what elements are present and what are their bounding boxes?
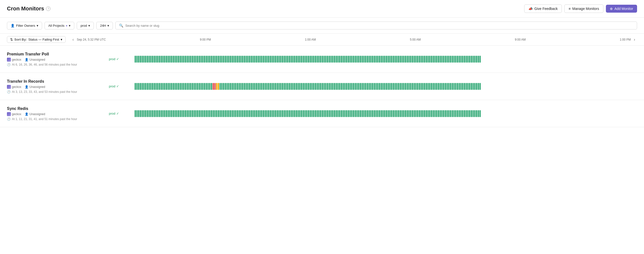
timeline-bar	[277, 56, 278, 63]
timeline-bar	[476, 110, 477, 117]
person-icon: 👤	[25, 58, 28, 62]
timeline-bar	[154, 110, 155, 117]
timeline-bar	[350, 56, 351, 63]
timeline-bar	[166, 83, 167, 90]
timeline-bar	[173, 110, 174, 117]
env-label: prod	[109, 57, 115, 61]
timeline-bar	[410, 83, 411, 90]
timeline-bar	[358, 56, 359, 63]
timeline-bar	[285, 110, 286, 117]
timeline-bar	[264, 110, 266, 117]
timeline-prev-button[interactable]: ‹	[70, 36, 76, 43]
timeline-bar	[278, 110, 280, 117]
monitor-name[interactable]: Premium Transfer Poll	[7, 52, 100, 56]
add-monitor-button[interactable]: ⊕ Add Monitor	[606, 5, 637, 13]
timeline-bar	[415, 56, 416, 63]
timeline-bar	[272, 56, 273, 63]
timeline-bar	[384, 110, 385, 117]
timeline-bar	[270, 110, 271, 117]
timeline-bar	[474, 83, 476, 90]
chevron-down-icon: ▾	[88, 24, 90, 28]
timeline-bar	[438, 56, 439, 63]
timeline-bar	[474, 56, 476, 63]
timeline-bar	[304, 83, 306, 90]
timeline-bar	[136, 56, 138, 63]
timeline-bar	[277, 83, 278, 90]
sort-icon: ⇅	[10, 38, 13, 41]
timeline-bar	[280, 83, 282, 90]
timeline-bar	[389, 83, 390, 90]
status-cell: prod ✓	[106, 73, 134, 100]
timeline-bar	[353, 110, 354, 117]
timeline-bar	[180, 83, 181, 90]
prod-filter-button[interactable]: prod ▾	[77, 22, 94, 30]
timeline-bar	[360, 83, 361, 90]
timeline-bar	[330, 110, 332, 117]
timeline-bar	[407, 110, 408, 117]
timeline-bars	[135, 55, 643, 63]
timeline-bar	[402, 110, 403, 117]
timeline-bar	[394, 110, 396, 117]
filter-owners-button[interactable]: 👤 Filter Owners ▾	[7, 22, 42, 30]
timeline-header: ‹ Sep 24, 5:32 PM UTC 9:00 PM 1:00 AM 5:…	[70, 36, 637, 43]
timeline-bar	[394, 83, 396, 90]
time-filter-button[interactable]: 24H ▾	[96, 22, 113, 30]
timeline-bar	[455, 83, 456, 90]
timeline-bar	[417, 110, 418, 117]
all-projects-button[interactable]: All Projects ● ▾	[44, 22, 74, 30]
timeline-bar	[142, 83, 143, 90]
timeline-bar	[441, 110, 442, 117]
timeline-bar	[384, 56, 385, 63]
timeline-bar	[232, 110, 233, 117]
timeline-bar	[443, 56, 444, 63]
timeline-bar	[251, 110, 252, 117]
timeline-bar	[426, 83, 427, 90]
timeline-bar	[156, 56, 157, 63]
timeline-bar	[176, 83, 178, 90]
env-label: prod	[109, 112, 115, 115]
timeline-bar	[254, 83, 256, 90]
assignee-name: Unassigned	[30, 58, 45, 62]
timeline-bar	[363, 56, 364, 63]
timeline-bar	[434, 83, 436, 90]
timeline-next-button[interactable]: ›	[632, 36, 637, 43]
search-icon: 🔍	[119, 24, 123, 28]
timeline-bars	[135, 110, 643, 118]
timeline-bar	[261, 110, 262, 117]
timeline-bar	[266, 110, 268, 117]
timeline-bar	[296, 110, 297, 117]
timeline-bar	[454, 83, 455, 90]
timeline-bar	[329, 110, 330, 117]
timeline-bar	[414, 56, 415, 63]
timeline-bar	[308, 83, 309, 90]
timeline-bar	[452, 83, 453, 90]
help-icon[interactable]: ?	[46, 6, 50, 11]
timeline-bar	[367, 56, 368, 63]
timeline-bar	[226, 110, 228, 117]
timeline-bar	[138, 110, 139, 117]
timeline-bar	[431, 56, 432, 63]
monitor-name[interactable]: Sync Redis	[7, 106, 100, 111]
give-feedback-button[interactable]: 📣 Give Feedback	[524, 4, 562, 13]
timeline-bar	[240, 56, 242, 63]
timeline-bar	[472, 83, 474, 90]
timeline-bar	[190, 110, 191, 117]
monitor-name[interactable]: Transfer In Records	[7, 79, 100, 84]
timeline-bar	[391, 110, 392, 117]
timeline-bar	[342, 56, 344, 63]
timeline-bar	[441, 83, 442, 90]
dot-icon: ●	[66, 24, 67, 27]
manage-monitors-button[interactable]: ≡ Manage Monitors	[564, 4, 603, 13]
timeline-bar	[140, 83, 141, 90]
timeline-bar	[211, 83, 212, 90]
timeline-bar	[407, 56, 408, 63]
timeline-bar	[356, 83, 358, 90]
sort-button[interactable]: ⇅ Sort By: Status — Failing First ▾	[7, 36, 66, 43]
timeline-bar	[445, 83, 446, 90]
timeline-bar	[280, 56, 282, 63]
timeline-bar	[166, 110, 167, 117]
search-input[interactable]	[125, 24, 633, 28]
timeline-bar	[376, 56, 377, 63]
main-content: ⇅ Sort By: Status — Failing First ▾ ‹ Se…	[0, 34, 644, 127]
timeline-bar	[324, 83, 325, 90]
